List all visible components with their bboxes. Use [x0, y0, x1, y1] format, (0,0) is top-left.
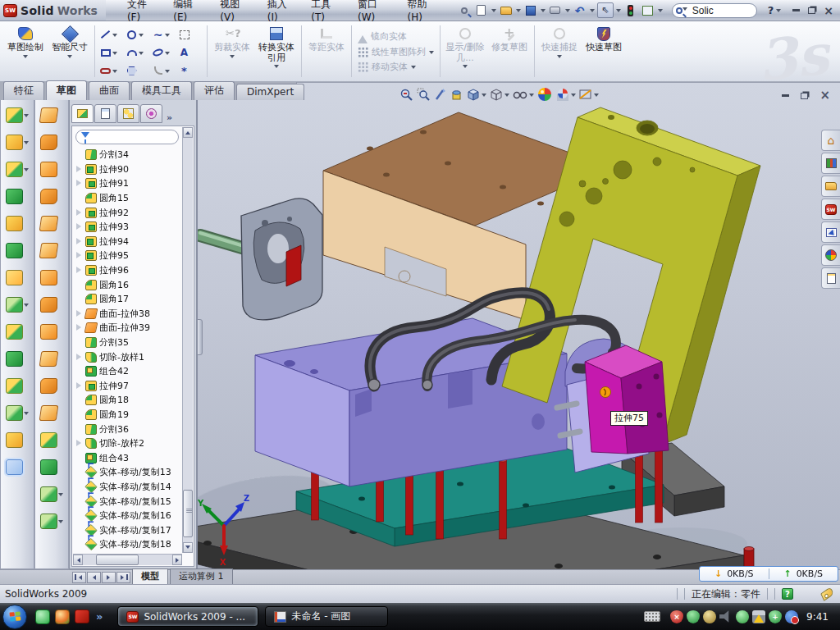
display-style-icon[interactable]	[490, 88, 509, 102]
view-orientation-icon[interactable]	[467, 88, 486, 102]
expand-arrow-icon[interactable]	[75, 180, 83, 187]
expand-arrow-icon[interactable]	[75, 324, 83, 331]
spline-tool[interactable]: ~	[152, 25, 176, 43]
tree-item[interactable]: 实体-移动/复制18	[74, 537, 182, 552]
feature-tool-button[interactable]	[6, 377, 29, 395]
surface-tool-button[interactable]	[40, 134, 63, 151]
feature-tool-button[interactable]	[6, 296, 29, 313]
line-tool[interactable]	[99, 25, 124, 43]
tree-item[interactable]: 圆角16	[74, 277, 182, 292]
circle-tool[interactable]	[126, 25, 150, 43]
first-tab-button[interactable]	[72, 572, 86, 583]
expand-arrow-icon[interactable]	[75, 223, 83, 231]
new-document-icon[interactable]	[474, 3, 489, 17]
design-library-button[interactable]	[821, 153, 840, 174]
select-dropdown-icon[interactable]	[616, 9, 621, 15]
tree-item[interactable]: 切除-放样1	[74, 349, 182, 364]
expand-arrow-icon[interactable]	[75, 483, 83, 491]
expand-arrow-icon[interactable]	[75, 454, 83, 462]
scroll-thumb[interactable]	[96, 555, 139, 565]
tree-filter-box[interactable]	[75, 130, 179, 144]
quick-snaps-button[interactable]: 快速捕捉	[537, 23, 582, 80]
model-tab[interactable]: 运动算例 1	[170, 568, 233, 584]
surface-tool-button[interactable]	[40, 486, 63, 503]
tree-item[interactable]: 分割35	[74, 336, 182, 350]
language-bar-keyboard-icon[interactable]	[644, 611, 660, 622]
hide-show-items-icon[interactable]	[513, 89, 534, 101]
smart-dimension-dropdown-icon[interactable]	[67, 55, 72, 61]
expand-arrow-icon[interactable]	[75, 166, 83, 173]
feature-tool-button[interactable]	[6, 323, 29, 340]
expand-arrow-icon[interactable]	[75, 440, 83, 447]
linear-pattern-button[interactable]: 线性草图阵列	[358, 46, 434, 58]
tree-item[interactable]: 组合42	[74, 364, 182, 379]
smart-dimension-button[interactable]: 智能尺寸	[48, 23, 92, 80]
tab-property-manager[interactable]	[94, 104, 116, 123]
tree-item[interactable]: 拉伸91	[74, 176, 182, 191]
surface-tool-button[interactable]	[40, 513, 63, 530]
print-dropdown-icon[interactable]	[565, 9, 570, 15]
tray-antivirus-icon[interactable]	[687, 610, 700, 623]
expand-arrow-icon[interactable]	[75, 252, 83, 259]
tray-security-alert-icon[interactable]: ×	[670, 610, 683, 623]
tree-item[interactable]: 拉伸95	[74, 249, 182, 263]
scroll-up-button[interactable]	[183, 127, 193, 138]
options-dropdown-icon[interactable]	[658, 9, 663, 15]
help-button[interactable]: ?	[768, 4, 774, 16]
doc-close-button[interactable]: ×	[819, 89, 830, 102]
tags-icon[interactable]	[820, 587, 834, 601]
tray-sync-blocked-icon[interactable]	[785, 610, 798, 623]
taskbar-clock[interactable]: 9:41	[806, 611, 829, 623]
quick-tips-icon[interactable]: ?	[782, 588, 793, 600]
expand-arrow-icon[interactable]	[75, 396, 83, 404]
expand-arrow-icon[interactable]	[75, 194, 83, 202]
quick-launch-overflow-icon[interactable]: »	[96, 610, 103, 623]
feature-tool-button[interactable]	[6, 134, 29, 151]
quick-launch-app-icon[interactable]	[55, 609, 70, 624]
trim-entities-button[interactable]: ✂? 剪裁实体	[210, 23, 254, 80]
tree-item[interactable]: 分割36	[74, 422, 182, 436]
expand-arrow-icon[interactable]	[75, 209, 83, 217]
feature-tool-button[interactable]	[6, 107, 29, 124]
undo-icon[interactable]: ↶	[573, 3, 587, 17]
polygon-tool[interactable]	[126, 62, 150, 80]
tree-item[interactable]: 拉伸93	[74, 220, 182, 235]
rectangle-tool[interactable]	[99, 43, 124, 62]
expand-arrow-icon[interactable]	[75, 354, 83, 361]
apply-scene-icon[interactable]	[556, 88, 576, 102]
tree-item[interactable]: 切除-放样2	[74, 436, 182, 451]
tab-configuration-manager[interactable]	[117, 104, 139, 123]
expand-arrow-icon[interactable]	[75, 541, 83, 548]
tree-item[interactable]: 圆角17	[74, 292, 182, 307]
tree-vertical-scrollbar[interactable]	[182, 127, 193, 553]
appearances-scenes-button[interactable]	[821, 244, 840, 266]
sketch-dropdown-icon[interactable]	[23, 55, 28, 61]
tree-item[interactable]: 圆角19	[74, 408, 182, 422]
tree-item[interactable]: 曲面-拉伸38	[74, 307, 182, 322]
quick-launch-solidworks-icon[interactable]	[75, 609, 89, 623]
quick-launch-messenger-icon[interactable]	[35, 609, 50, 624]
feature-tool-button[interactable]	[6, 404, 29, 422]
doc-restore-button[interactable]	[801, 93, 808, 99]
convert-entities-button[interactable]: 转换实体引用	[254, 23, 299, 80]
text-tool[interactable]: A	[178, 43, 203, 62]
tree-item[interactable]: 拉伸97	[74, 379, 182, 394]
view-settings-icon[interactable]	[579, 89, 599, 101]
solidworks-search-button[interactable]: SW	[821, 199, 840, 220]
offset-entities-button[interactable]: 等距实体	[304, 23, 349, 80]
expand-arrow-icon[interactable]	[75, 411, 83, 418]
taskbar-button-paint[interactable]: 未命名 - 画图	[265, 606, 388, 627]
scroll-right-button[interactable]	[172, 555, 182, 565]
next-tab-button[interactable]	[102, 572, 116, 583]
ribbon-tab[interactable]: 特征	[3, 81, 44, 100]
select-cursor-icon[interactable]: ⇖	[597, 2, 614, 18]
close-button[interactable]: ×	[824, 5, 833, 16]
feature-tool-button[interactable]	[6, 269, 29, 286]
display-delete-relations-button[interactable]: 显示/删除几...	[443, 23, 487, 80]
taskbar-button-solidworks[interactable]: SW SolidWorks 2009 - ...	[117, 606, 258, 627]
zoom-fit-icon[interactable]	[399, 88, 413, 102]
more-tabs-icon[interactable]: »	[167, 112, 172, 123]
magenta-side-block[interactable]	[585, 345, 669, 454]
surface-tool-button[interactable]	[40, 161, 63, 178]
tree-item[interactable]: 拉伸92	[74, 205, 182, 220]
